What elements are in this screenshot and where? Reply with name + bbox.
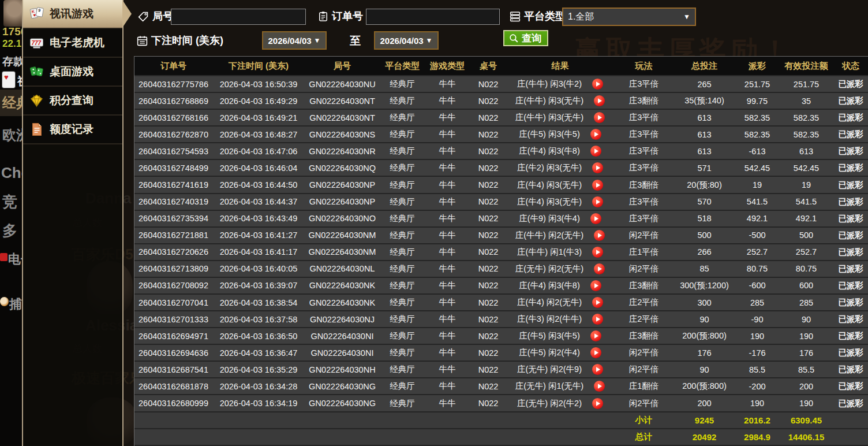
cell-bet-time: 2026-04-03 16:46:04 (212, 160, 305, 177)
order-number-input[interactable] (366, 9, 500, 25)
total-payout-value: 2016.2 (735, 412, 780, 429)
replay-play-button[interactable] (594, 230, 605, 241)
cell-bet-time: 2026-04-03 16:48:27 (212, 127, 305, 143)
result-text: 庄(无牛) 闲2(无牛) (515, 263, 583, 274)
sidebar-item-cards[interactable]: K♥9视讯游戏 (23, 0, 122, 29)
order-number-label: 订单号 (317, 9, 363, 23)
replay-play-button[interactable] (590, 129, 601, 140)
date-from-select[interactable]: 2026/04/03 ▼ (262, 31, 327, 50)
cell-payout: 492.1 (735, 211, 780, 228)
cell-valid-bet: 85.5 (780, 362, 833, 378)
document-icon (29, 122, 44, 137)
cell-valid-bet: 252.7 (780, 244, 833, 261)
server-list-icon (509, 10, 521, 23)
column-header: 总投注 (674, 57, 735, 76)
cell-round-number: GN022264030NP (305, 177, 380, 194)
cell-status: 已派彩 (833, 143, 868, 160)
cell-empty (507, 429, 613, 446)
cell-result: 庄(牛牛) 闲2(无牛) (507, 228, 613, 244)
cell-status: 已派彩 (833, 110, 868, 127)
search-button[interactable]: 查询 (503, 30, 548, 46)
replay-play-button[interactable] (594, 263, 605, 274)
nav-bidding-label: 竞 (2, 192, 17, 212)
platform-type-value: 1.全部 (568, 11, 594, 23)
replay-play-button[interactable] (592, 364, 603, 375)
result-text: 庄(牛2) 闲3(无牛) (517, 162, 582, 173)
replay-play-button[interactable] (592, 297, 603, 308)
cell-empty (470, 429, 507, 446)
result-text: 庄(牛5) 闲2(牛4) (519, 347, 580, 358)
cell-round-number: GN022264030NT (305, 93, 380, 110)
cell-total-bet: 613 (674, 127, 735, 143)
date-range-to-label: 至 (350, 34, 361, 49)
cell-order-number: 260403162775786 (134, 76, 212, 93)
cell-game-type: 牛牛 (425, 228, 470, 244)
replay-play-button[interactable] (592, 162, 603, 173)
cell-total-bet: 200(预:800) (674, 378, 735, 395)
date-to-select[interactable]: 2026/04/03 ▼ (374, 31, 439, 50)
column-header: 有效投注额 (780, 57, 833, 76)
cell-status: 已派彩 (833, 278, 868, 295)
cell-platform: 经典厅 (380, 378, 425, 395)
cell-status: 已派彩 (833, 211, 868, 228)
replay-play-button[interactable] (590, 347, 601, 358)
clipboard-icon (317, 10, 329, 23)
cards-icon: K♥9 (29, 6, 44, 22)
sidebar-item-document[interactable]: 额度记录 (23, 116, 122, 144)
cell-table-number: N022 (470, 143, 507, 160)
cell-platform: 经典厅 (380, 295, 425, 311)
table-row: 2604031626875412026-04-03 16:35:29GN0222… (134, 362, 868, 378)
nav-europe-label: 欧洲 (2, 126, 22, 144)
replay-play-button[interactable] (592, 196, 603, 207)
cell-bet-time: 2026-04-03 16:43:49 (212, 211, 305, 228)
cell-status: 已派彩 (833, 127, 868, 143)
replay-play-button[interactable] (592, 79, 603, 90)
replay-play-button[interactable] (594, 95, 605, 106)
cell-game-type: 牛牛 (425, 211, 470, 228)
replay-play-button[interactable] (592, 180, 603, 191)
sidebar-item-diamond[interactable]: 积分查询 (23, 87, 122, 116)
avatar (3, 0, 22, 27)
cell-game-type: 牛牛 (425, 311, 470, 328)
slot-777-icon: 777 (29, 35, 44, 51)
cell-result: 庄(牛牛) 闲3(无牛) (507, 110, 613, 127)
cell-round-number: GN022264030NG (305, 378, 380, 395)
replay-play-button[interactable] (590, 280, 601, 291)
cell-play-type: 闲2平倍 (613, 228, 674, 244)
cell-table-number: N022 (470, 228, 507, 244)
replay-play-button[interactable] (592, 247, 603, 258)
cell-result: 庄(牛4) 闲3(牛8) (507, 143, 613, 160)
grand-total-row: 总计204922984.914406.15 (134, 429, 868, 446)
cell-game-type: 牛牛 (425, 160, 470, 177)
cell-table-number: N022 (470, 244, 507, 261)
table-row: 2604031627403192026-04-03 16:44:37GN0222… (134, 194, 868, 211)
replay-play-button[interactable] (590, 213, 601, 224)
cell-play-type: 庄1平倍 (613, 244, 674, 261)
round-number-input[interactable] (171, 9, 306, 25)
sidebar-item-table-games[interactable]: 桌面游戏 (23, 58, 122, 87)
cell-empty (134, 429, 212, 446)
replay-play-button[interactable] (590, 330, 601, 341)
cell-valid-bet: 190 (780, 395, 833, 412)
cell-empty (470, 412, 507, 429)
replay-play-button[interactable] (594, 112, 605, 123)
replay-play-button[interactable] (590, 146, 601, 157)
table-row: 2604031627545932026-04-03 16:47:06GN0222… (134, 143, 868, 160)
cell-total-bet: 570 (674, 194, 735, 211)
cell-table-number: N022 (470, 362, 507, 378)
cell-total-bet: 265 (674, 76, 735, 93)
cell-game-type: 牛牛 (425, 261, 470, 278)
cell-valid-bet: 200 (780, 378, 833, 395)
cell-valid-bet: 542.45 (780, 160, 833, 177)
cell-status: 已派彩 (833, 194, 868, 211)
replay-play-button[interactable] (594, 381, 605, 392)
total-valid-bet-value: 6309.45 (780, 412, 833, 429)
replay-play-button[interactable] (592, 314, 603, 325)
cell-payout: 252.7 (735, 244, 780, 261)
platform-type-select[interactable]: 1.全部 ▼ (562, 8, 696, 26)
sidebar-item-slot-777[interactable]: 777电子老虎机 (23, 29, 122, 58)
cell-bet-time: 2026-04-03 16:37:58 (212, 311, 305, 328)
cell-payout: 19 (735, 177, 780, 194)
cell-status: 已派彩 (833, 93, 868, 110)
replay-play-button[interactable] (592, 398, 603, 409)
